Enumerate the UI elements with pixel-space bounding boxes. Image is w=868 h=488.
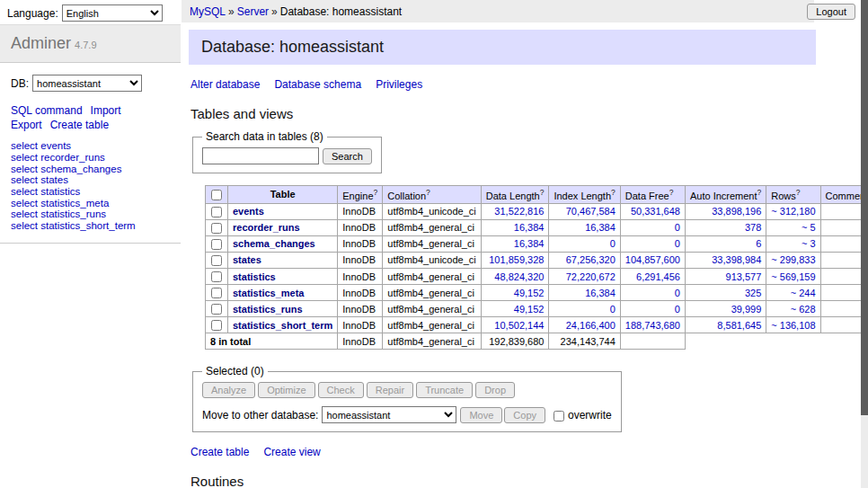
- sidebar-link-statistics[interactable]: select statistics: [11, 186, 80, 197]
- row-select-checkbox[interactable]: [211, 271, 222, 282]
- create-table-link[interactable]: Create table: [190, 446, 249, 458]
- row-select-cell: [206, 219, 228, 235]
- sidebar-link-schema-changes[interactable]: select schema_changes: [11, 164, 121, 174]
- breadcrumb-server-link[interactable]: Server: [237, 5, 269, 18]
- value-link[interactable]: ~ 5: [802, 222, 816, 233]
- value-link[interactable]: 16,384: [585, 288, 616, 298]
- sidebar-link-events[interactable]: select events: [11, 140, 71, 151]
- value-link[interactable]: 10,502,144: [494, 320, 544, 331]
- search-button[interactable]: Search: [323, 148, 372, 164]
- row-select-checkbox[interactable]: [211, 239, 222, 250]
- column-label: Auto Increment: [690, 191, 757, 201]
- row-select-checkbox[interactable]: [211, 207, 222, 217]
- value-link[interactable]: 6: [756, 238, 761, 249]
- table-name-link[interactable]: statistics: [233, 271, 276, 282]
- value-link[interactable]: ~ 569,159: [771, 271, 815, 282]
- value-link[interactable]: 0: [675, 222, 680, 233]
- scrollbar-thumb[interactable]: [861, 0, 868, 415]
- value-link[interactable]: 33,398,984: [712, 254, 761, 265]
- repair-button[interactable]: Repair: [367, 382, 413, 398]
- value-link[interactable]: 33,898,196: [712, 206, 761, 217]
- table-name-link[interactable]: statistics_meta: [233, 288, 305, 298]
- value-link[interactable]: 16,384: [514, 238, 545, 249]
- analyze-button[interactable]: Analyze: [202, 382, 255, 398]
- help-icon: ?: [426, 188, 430, 197]
- value-link[interactable]: 8,581,645: [717, 320, 761, 331]
- truncate-button[interactable]: Truncate: [416, 382, 473, 398]
- alter-database-link[interactable]: Alter database: [190, 78, 260, 91]
- select-all-checkbox[interactable]: [211, 190, 222, 200]
- optimize-button[interactable]: Optimize: [258, 382, 314, 398]
- value-link[interactable]: 0: [610, 238, 616, 249]
- value-link[interactable]: 70,467,584: [566, 206, 616, 217]
- value-link[interactable]: 188,743,680: [625, 320, 680, 331]
- value-link[interactable]: ~ 244: [791, 288, 816, 298]
- table-name-link[interactable]: schema_changes: [233, 238, 315, 249]
- overwrite-checkbox[interactable]: [554, 411, 564, 421]
- value-link[interactable]: 913,577: [726, 271, 762, 282]
- value-link[interactable]: ~ 3: [802, 238, 816, 249]
- value-link[interactable]: 16,384: [514, 222, 545, 233]
- value-link[interactable]: 31,522,816: [494, 206, 544, 217]
- value-link[interactable]: 0: [610, 304, 616, 315]
- row-select-checkbox[interactable]: [211, 255, 222, 266]
- drop-button[interactable]: Drop: [475, 382, 515, 398]
- sidebar-link-statistics-meta[interactable]: select statistics_meta: [11, 198, 109, 209]
- value-link[interactable]: 0: [675, 288, 680, 298]
- move-button[interactable]: Move: [460, 407, 502, 423]
- database-schema-link[interactable]: Database schema: [274, 78, 361, 91]
- row-select-checkbox[interactable]: [211, 304, 222, 315]
- table-name-link[interactable]: recorder_runs: [233, 222, 300, 233]
- create-view-link[interactable]: Create view: [263, 446, 320, 458]
- language-select[interactable]: English: [62, 4, 163, 22]
- breadcrumb-mysql-link[interactable]: MySQL: [190, 5, 226, 18]
- value-link[interactable]: 378: [745, 222, 761, 233]
- search-input[interactable]: [202, 147, 319, 164]
- row-select-checkbox[interactable]: [211, 223, 222, 234]
- value-link[interactable]: 104,857,600: [625, 254, 680, 265]
- sql-command-link[interactable]: SQL command: [11, 104, 83, 117]
- value-link[interactable]: ~ 136,108: [771, 320, 815, 331]
- sidebar-link-recorder-runs[interactable]: select recorder_runs: [11, 152, 105, 163]
- privileges-link[interactable]: Privileges: [376, 78, 422, 91]
- value-link[interactable]: ~ 299,833: [771, 254, 815, 265]
- import-link[interactable]: Import: [91, 104, 121, 117]
- value-link[interactable]: 0: [675, 304, 680, 315]
- value-link[interactable]: 6,291,456: [636, 271, 680, 282]
- vertical-scrollbar[interactable]: [861, 0, 868, 488]
- value-link[interactable]: 39,999: [731, 304, 762, 315]
- cell-engine: InnoDB: [338, 269, 383, 285]
- sidebar-link-statistics-runs[interactable]: select statistics_runs: [11, 209, 106, 219]
- create-table-sidebar-link[interactable]: Create table: [50, 119, 109, 131]
- cell-data-free: 104,857,600: [620, 252, 685, 268]
- sidebar-link-statistics-short-term[interactable]: select statistics_short_term: [11, 220, 136, 231]
- value-link[interactable]: 49,152: [514, 288, 545, 298]
- table-name-link[interactable]: statistics_runs: [233, 304, 303, 315]
- value-link[interactable]: 67,256,320: [566, 254, 616, 265]
- value-link[interactable]: 48,824,320: [494, 271, 544, 282]
- value-link[interactable]: 101,859,328: [489, 254, 544, 265]
- value-link[interactable]: 49,152: [514, 304, 545, 315]
- db-select[interactable]: homeassistant: [32, 75, 142, 92]
- row-select-checkbox[interactable]: [211, 288, 222, 298]
- logout-button[interactable]: Logout: [807, 4, 855, 20]
- row-select-checkbox[interactable]: [211, 320, 222, 331]
- move-db-select[interactable]: homeassistant: [322, 406, 456, 423]
- value-link[interactable]: 50,331,648: [631, 206, 680, 217]
- table-name-link[interactable]: states: [233, 254, 261, 265]
- table-name-link[interactable]: statistics_short_term: [233, 320, 332, 331]
- copy-button[interactable]: Copy: [504, 407, 545, 423]
- value-link[interactable]: 0: [675, 238, 680, 249]
- export-link[interactable]: Export: [11, 119, 42, 131]
- value-link[interactable]: ~ 628: [791, 304, 816, 315]
- table-name-link[interactable]: events: [233, 206, 264, 217]
- check-button[interactable]: Check: [318, 382, 364, 398]
- sidebar-link-states[interactable]: select states: [11, 174, 68, 185]
- value-link[interactable]: ~ 312,180: [771, 206, 815, 217]
- value-link[interactable]: 72,220,672: [566, 271, 616, 282]
- value-link[interactable]: 325: [745, 288, 761, 298]
- value-link[interactable]: 16,384: [585, 222, 616, 233]
- cell-engine: InnoDB: [338, 235, 383, 252]
- tables-table: Table Engine? Collation? Data Length? In…: [205, 185, 868, 350]
- value-link[interactable]: 24,166,400: [566, 320, 616, 331]
